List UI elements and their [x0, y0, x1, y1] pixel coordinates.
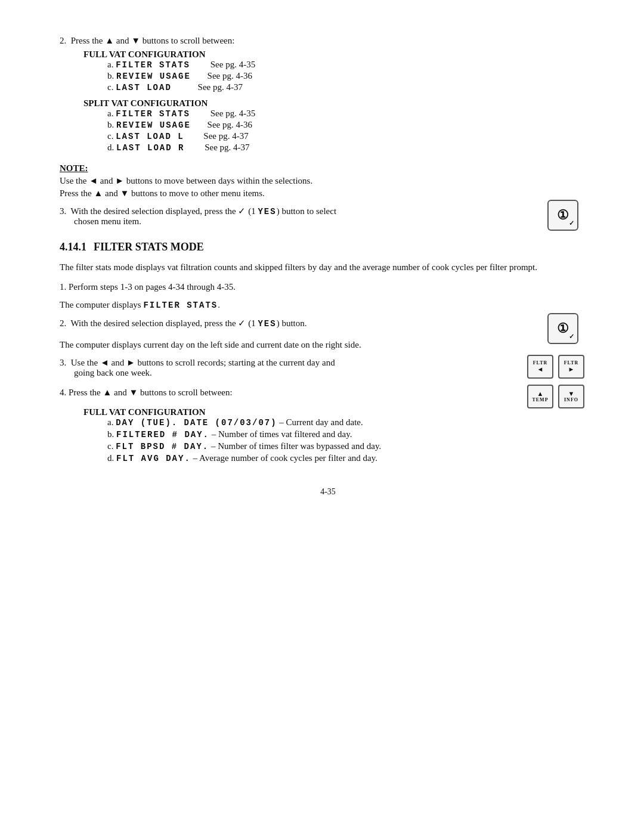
lower-item-b: b. FILTERED # DAY. – Number of times vat… [107, 429, 596, 439]
split-vat-item-3-mono: LAST LOAD L [116, 132, 184, 141]
lower-item-d-mono: FLT AVG DAY. [116, 454, 191, 463]
full-vat-item-1-mono: FILTER STATS [116, 60, 190, 70]
computer-displays-2: The computer displays current day on the… [60, 338, 596, 352]
filter-stats-step3-row: 3. Use the ◄ and ► buttons to scroll rec… [60, 358, 596, 378]
step3-text: 3. With the desired selection displayed,… [60, 206, 336, 216]
fltr-right-button: FLTR ► [558, 355, 584, 379]
lower-item-d-suffix: – Average number of cook cycles per filt… [191, 453, 377, 463]
computer-displays-1: The computer displays FILTER STATS. [60, 298, 596, 312]
filter-stats-step4-content: 4. Press the ▲ and ▼ buttons to scroll b… [60, 388, 596, 398]
full-vat-config-block: FULL VAT CONFIGURATION a. FILTER STATS S… [83, 49, 596, 153]
split-vat-item-1: a. FILTER STATS See pg. 4-35 [107, 109, 596, 119]
full-vat-items: a. FILTER STATS See pg. 4-35 b. REVIEW U… [95, 60, 596, 92]
step2-yes-mono: YES [258, 319, 276, 329]
split-vat-item-4: d. LAST LOAD R See pg. 4-37 [107, 143, 596, 153]
note-header: NOTE: [60, 163, 596, 174]
step3-scroll-text2: going back one week. [74, 368, 152, 377]
step4-text: 4. Press the ▲ and ▼ buttons to scroll b… [60, 388, 233, 397]
yes-button-box-2: ① ✓ [547, 313, 578, 344]
filter-stats-description: The filter stats mode displays vat filtr… [60, 261, 596, 274]
full-vat-item-2-ref: See pg. 4-36 [208, 71, 252, 80]
note-section: NOTE: Use the ◄ and ► buttons to move be… [60, 163, 596, 199]
filter-stats-step2-content: 2. With the desired selection displayed,… [60, 318, 596, 329]
full-vat-config-lower: FULL VAT CONFIGURATION a. DAY (TUE). DAT… [83, 407, 596, 463]
step2-text: 2. With the desired selection displayed,… [60, 318, 307, 328]
note-line1: Use the ◄ and ► buttons to move between … [60, 176, 596, 186]
split-vat-item-3: c. LAST LOAD L See pg. 4-37 [107, 131, 596, 141]
full-vat-config-lower-header: FULL VAT CONFIGURATION [83, 407, 596, 417]
lower-item-a-suffix: – Current day and date. [277, 417, 363, 427]
lower-item-b-mono: FILTERED # DAY. [116, 430, 209, 439]
lower-item-c: c. FLT BPSD # DAY. – Number of times fil… [107, 441, 596, 451]
filter-stats-section-header: 4.14.1 FILTER STATS MODE [60, 241, 596, 253]
filter-stats-step4-row: 4. Press the ▲ and ▼ buttons to scroll b… [60, 388, 596, 398]
full-vat-item-1: a. FILTER STATS See pg. 4-35 [107, 60, 596, 70]
step3-text2: chosen menu item. [74, 216, 141, 226]
filter-stats-step1: 1. Perform steps 1-3 on pages 4-34 throu… [60, 280, 596, 294]
btn-check-arrow-1: ✓ [569, 219, 574, 227]
page-number: 4-35 [320, 487, 336, 496]
full-vat-config-header: FULL VAT CONFIGURATION [83, 49, 596, 60]
full-vat-item-2: b. REVIEW USAGE See pg. 4-36 [107, 71, 596, 81]
lower-item-a-mono: DAY (TUE). DATE (07/03/07) [116, 418, 277, 428]
step3-scroll-text: 3. Use the ◄ and ► buttons to scroll rec… [60, 358, 335, 367]
fltr-left-button: FLTR ◄ [527, 355, 553, 379]
full-vat-lower-items: a. DAY (TUE). DATE (07/03/07) – Current … [95, 417, 596, 463]
step3-content: 3. With the desired selection displayed,… [60, 206, 596, 227]
btn-num-1: ① [557, 209, 569, 222]
full-vat-item-3-ref: See pg. 4-37 [198, 82, 243, 92]
temp-info-buttons-graphic: ▲ TEMP ▼ INFO [527, 385, 584, 408]
btn-num-2: ① [557, 321, 569, 336]
lower-item-b-suffix: – Number of times vat filtered and day. [209, 429, 352, 439]
lower-item-c-mono: FLT BPSD # DAY. [116, 442, 209, 451]
btn-check-arrow-2: ✓ [569, 333, 574, 340]
section-title: FILTER STATS MODE [94, 241, 204, 253]
lower-item-d: d. FLT AVG DAY. – Average number of cook… [107, 453, 596, 463]
step3-row: 3. With the desired selection displayed,… [60, 206, 596, 227]
section-number: 4.14.1 [60, 241, 86, 253]
lower-item-a: a. DAY (TUE). DATE (07/03/07) – Current … [107, 417, 596, 428]
intro-step2: 2. Press the ▲ and ▼ buttons to scroll b… [60, 36, 596, 46]
full-vat-item-3: c. LAST LOAD See pg. 4-37 [107, 82, 596, 92]
step3-mono: YES [258, 207, 276, 216]
full-vat-item-3-mono: LAST LOAD [116, 83, 172, 92]
full-vat-item-1-ref: See pg. 4-35 [210, 60, 255, 69]
intro-step2-text: 2. Press the ▲ and ▼ buttons to scroll b… [60, 36, 234, 45]
note-line2: Press the ▲ and ▼ buttons to move to oth… [60, 188, 596, 199]
yes-button-graphic-1: ① ✓ [547, 200, 578, 231]
split-vat-items: a. FILTER STATS See pg. 4-35 b. REVIEW U… [95, 109, 596, 153]
page-footer: 4-35 [60, 487, 596, 497]
full-vat-item-2-mono: REVIEW USAGE [116, 72, 191, 81]
fltr-buttons-graphic: FLTR ◄ FLTR ► [527, 355, 584, 379]
info-button: ▼ INFO [558, 385, 584, 408]
split-vat-item-1-mono: FILTER STATS [116, 109, 190, 119]
yes-button-box-1: ① ✓ [547, 200, 578, 231]
split-vat-item-2-mono: REVIEW USAGE [116, 120, 191, 130]
lower-item-c-suffix: – Number of times filter was bypassed an… [209, 441, 381, 451]
yes-button-graphic-2: ① ✓ [547, 313, 578, 344]
filter-stats-step3-content: 3. Use the ◄ and ► buttons to scroll rec… [60, 358, 596, 378]
split-vat-item-4-mono: LAST LOAD R [116, 143, 184, 153]
split-vat-item-2: b. REVIEW USAGE See pg. 4-36 [107, 120, 596, 130]
filter-stats-step2-row: 2. With the desired selection displayed,… [60, 318, 596, 329]
split-vat-config-header: SPLIT VAT CONFIGURATION [83, 98, 596, 109]
filter-stats-mono-display: FILTER STATS [143, 301, 218, 310]
temp-button: ▲ TEMP [527, 385, 553, 408]
